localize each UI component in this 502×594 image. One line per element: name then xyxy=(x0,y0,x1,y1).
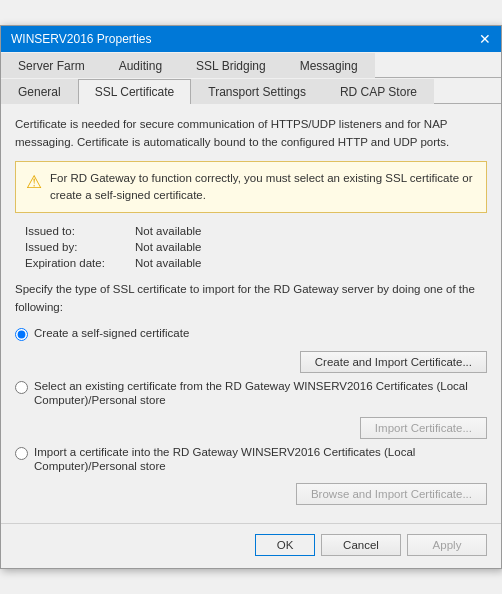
option3-label: Import a certificate into the RD Gateway… xyxy=(34,446,415,472)
expiration-row: Expiration date: Not available xyxy=(25,257,487,269)
title-bar: WINSERV2016 Properties ✕ xyxy=(1,26,501,52)
tab-auditing[interactable]: Auditing xyxy=(102,53,179,78)
option2-label: Select an existing certificate from the … xyxy=(34,380,468,406)
issued-to-value: Not available xyxy=(135,225,201,237)
description-text: Certificate is needed for secure communi… xyxy=(15,116,487,151)
option-group-1: Create a self-signed certificate Create … xyxy=(15,326,487,373)
warning-icon: ⚠ xyxy=(26,171,42,193)
option-group-3: Import a certificate into the RD Gateway… xyxy=(15,445,487,505)
section-text: Specify the type of SSL certificate to i… xyxy=(15,281,487,316)
issued-by-label: Issued by: xyxy=(25,241,135,253)
apply-button[interactable]: Apply xyxy=(407,534,487,556)
option-row-2: Select an existing certificate from the … xyxy=(15,379,487,407)
create-import-cert-button[interactable]: Create and Import Certificate... xyxy=(300,351,487,373)
option2-radio[interactable] xyxy=(15,381,28,394)
option2-btn-row: Import Certificate... xyxy=(15,417,487,439)
window-title: WINSERV2016 Properties xyxy=(11,32,152,46)
expiration-value: Not available xyxy=(135,257,201,269)
option-group-2: Select an existing certificate from the … xyxy=(15,379,487,439)
option1-content: Create a self-signed certificate xyxy=(34,326,487,340)
tab-rd-cap-store[interactable]: RD CAP Store xyxy=(323,79,434,104)
close-button[interactable]: ✕ xyxy=(479,32,491,46)
option1-btn-row: Create and Import Certificate... xyxy=(15,351,487,373)
import-cert-button[interactable]: Import Certificate... xyxy=(360,417,487,439)
option3-btn-row: Browse and Import Certificate... xyxy=(15,483,487,505)
tab-row-1: Server Farm Auditing SSL Bridging Messag… xyxy=(1,52,501,78)
issued-to-row: Issued to: Not available xyxy=(25,225,487,237)
properties-window: WINSERV2016 Properties ✕ Server Farm Aud… xyxy=(0,25,502,569)
ok-button[interactable]: OK xyxy=(255,534,315,556)
warning-text: For RD Gateway to function correctly, yo… xyxy=(50,170,476,205)
tab-transport-settings[interactable]: Transport Settings xyxy=(191,79,323,104)
browse-import-cert-button[interactable]: Browse and Import Certificate... xyxy=(296,483,487,505)
option3-content: Import a certificate into the RD Gateway… xyxy=(34,445,487,473)
option2-content: Select an existing certificate from the … xyxy=(34,379,487,407)
warning-box: ⚠ For RD Gateway to function correctly, … xyxy=(15,161,487,214)
footer: OK Cancel Apply xyxy=(1,523,501,568)
content-area: Certificate is needed for secure communi… xyxy=(1,104,501,523)
option-row-3: Import a certificate into the RD Gateway… xyxy=(15,445,487,473)
tab-row-2: General SSL Certificate Transport Settin… xyxy=(1,78,501,104)
tab-ssl-certificate[interactable]: SSL Certificate xyxy=(78,79,192,104)
option1-label: Create a self-signed certificate xyxy=(34,327,189,339)
option3-radio[interactable] xyxy=(15,447,28,460)
tab-messaging[interactable]: Messaging xyxy=(283,53,375,78)
tab-general[interactable]: General xyxy=(1,79,78,104)
expiration-label: Expiration date: xyxy=(25,257,135,269)
option1-radio[interactable] xyxy=(15,328,28,341)
tab-ssl-bridging[interactable]: SSL Bridging xyxy=(179,53,283,78)
option-row-1: Create a self-signed certificate xyxy=(15,326,487,341)
issued-by-row: Issued by: Not available xyxy=(25,241,487,253)
tab-server-farm[interactable]: Server Farm xyxy=(1,53,102,78)
cancel-button[interactable]: Cancel xyxy=(321,534,401,556)
issued-by-value: Not available xyxy=(135,241,201,253)
issued-to-label: Issued to: xyxy=(25,225,135,237)
certificate-info: Issued to: Not available Issued by: Not … xyxy=(25,225,487,269)
